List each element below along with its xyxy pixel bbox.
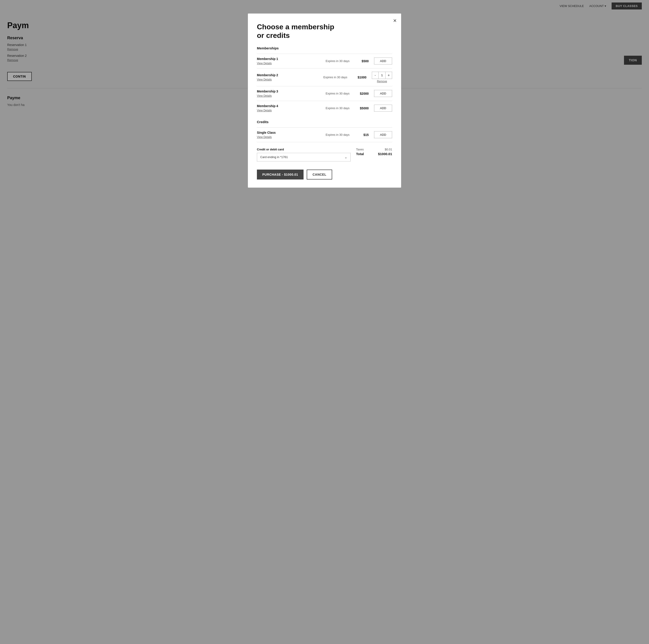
membership-4-name: Membership 4 — [257, 104, 322, 108]
membership-2-expires: Expires in 30 days — [322, 76, 349, 79]
membership-2-name: Membership 2 — [257, 73, 320, 77]
single-class-add-button[interactable]: ADD — [374, 131, 392, 138]
card-select-value: Card ending in *1761 — [260, 155, 288, 159]
membership-1-expires: Expires in 30 days — [324, 59, 351, 63]
single-class-name: Single Class — [257, 131, 322, 134]
membership-2-info: Membership 2 View Details — [257, 73, 320, 81]
quantity-increase-button[interactable]: + — [386, 72, 392, 79]
modal-footer: PURCHASE - $1000.01 CANCEL — [248, 169, 401, 188]
membership-3-name: Membership 3 — [257, 89, 322, 93]
single-class-view-details[interactable]: View Details — [257, 135, 272, 139]
taxes-value: $0.01 — [385, 148, 392, 151]
membership-4-info: Membership 4 View Details — [257, 104, 322, 112]
membership-4-add-button[interactable]: ADD — [374, 105, 392, 112]
membership-3-view-details[interactable]: View Details — [257, 94, 272, 97]
membership-3-expires: Expires in 30 days — [324, 92, 351, 95]
credits-heading: Credits — [257, 120, 392, 124]
cancel-button[interactable]: CANCEL — [307, 169, 332, 179]
modal-title: Choose a membership or credits — [257, 23, 365, 40]
membership-2-view-details[interactable]: View Details — [257, 78, 272, 81]
membership-4-expires: Expires in 30 days — [324, 107, 351, 110]
total-value: $1000.01 — [378, 152, 392, 156]
membership-1-view-details[interactable]: View Details — [257, 62, 272, 65]
payment-section: Credit or debit card Card ending in *176… — [257, 148, 392, 161]
membership-row: Membership 3 View Details Expires in 30 … — [257, 86, 392, 101]
membership-2-remove[interactable]: Remove — [377, 80, 387, 83]
card-section: Credit or debit card Card ending in *176… — [257, 148, 351, 161]
credits-section: Credits Single Class View Details Expire… — [257, 120, 392, 142]
choose-membership-modal: × Choose a membership or credits Members… — [248, 13, 401, 188]
taxes-label: Taxes — [356, 148, 364, 151]
modal-body: Choose a membership or credits Membershi… — [248, 13, 401, 169]
memberships-heading: Memberships — [257, 46, 392, 50]
membership-4-view-details[interactable]: View Details — [257, 109, 272, 112]
total-row: Total $1000.01 — [356, 152, 392, 156]
membership-1-info: Membership 1 View Details — [257, 57, 322, 65]
membership-4-price: $5000 — [353, 107, 369, 110]
quantity-input[interactable] — [378, 72, 386, 79]
membership-3-add-button[interactable]: ADD — [374, 90, 392, 97]
membership-2-price: $1000 — [351, 76, 366, 79]
single-class-info: Single Class View Details — [257, 131, 322, 139]
card-label: Credit or debit card — [257, 148, 351, 151]
totals-section: Taxes $0.01 Total $1000.01 — [356, 148, 392, 157]
quantity-decrease-button[interactable]: - — [372, 72, 378, 79]
modal-overlay: × Choose a membership or credits Members… — [0, 0, 649, 644]
modal-close-button[interactable]: × — [393, 17, 397, 24]
membership-1-add-button[interactable]: ADD — [374, 57, 392, 65]
membership-row: Membership 1 View Details Expires in 30 … — [257, 54, 392, 68]
membership-1-name: Membership 1 — [257, 57, 322, 61]
quantity-row: - + — [372, 72, 392, 79]
membership-3-info: Membership 3 View Details — [257, 89, 322, 97]
membership-row: Membership 4 View Details Expires in 30 … — [257, 101, 392, 115]
membership-row: Membership 2 View Details Expires in 30 … — [257, 68, 392, 86]
membership-2-qty-control: - + Remove — [372, 72, 392, 83]
membership-3-price: $2000 — [353, 92, 369, 95]
purchase-button[interactable]: PURCHASE - $1000.01 — [257, 169, 304, 179]
chevron-down-icon: ⌄ — [345, 155, 347, 159]
total-label: Total — [356, 152, 364, 156]
membership-1-price: $500 — [353, 59, 369, 63]
card-select-dropdown[interactable]: Card ending in *1761 ⌄ — [257, 153, 351, 161]
single-class-price: $15 — [353, 133, 369, 137]
credit-row: Single Class View Details Expires in 30 … — [257, 127, 392, 142]
taxes-row: Taxes $0.01 — [356, 148, 392, 151]
single-class-expires: Expires in 30 days — [324, 133, 351, 136]
